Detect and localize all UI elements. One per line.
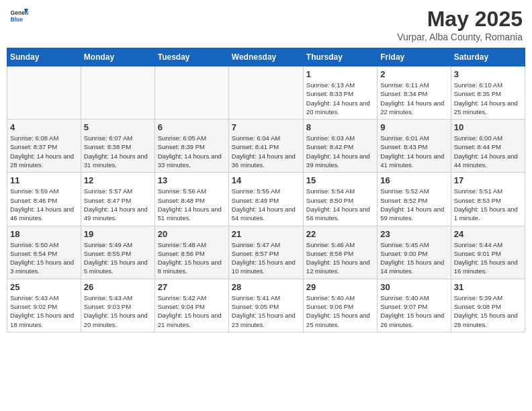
day-number: 26 bbox=[84, 282, 152, 292]
calendar-cell: 21Sunrise: 5:47 AM Sunset: 8:57 PM Dayli… bbox=[228, 226, 303, 279]
calendar-cell: 15Sunrise: 5:54 AM Sunset: 8:50 PM Dayli… bbox=[303, 173, 377, 226]
day-info: Sunrise: 6:07 AM Sunset: 8:38 PM Dayligh… bbox=[84, 134, 152, 169]
calendar-cell: 8Sunrise: 6:03 AM Sunset: 8:42 PM Daylig… bbox=[303, 120, 377, 173]
day-number: 21 bbox=[232, 229, 300, 239]
column-header-sunday: Sunday bbox=[7, 48, 81, 66]
calendar-cell: 18Sunrise: 5:50 AM Sunset: 8:54 PM Dayli… bbox=[7, 226, 81, 279]
calendar-cell: 30Sunrise: 5:40 AM Sunset: 9:07 PM Dayli… bbox=[378, 279, 451, 332]
calendar-cell: 9Sunrise: 6:01 AM Sunset: 8:43 PM Daylig… bbox=[378, 120, 451, 173]
svg-text:Blue: Blue bbox=[11, 16, 24, 23]
day-number: 29 bbox=[306, 282, 374, 292]
day-number: 10 bbox=[454, 122, 522, 132]
day-info: Sunrise: 5:43 AM Sunset: 9:03 PM Dayligh… bbox=[84, 293, 152, 329]
calendar-week-row: 4Sunrise: 6:08 AM Sunset: 8:37 PM Daylig… bbox=[7, 120, 525, 173]
day-info: Sunrise: 5:39 AM Sunset: 9:08 PM Dayligh… bbox=[454, 293, 522, 329]
calendar-cell: 1Sunrise: 6:13 AM Sunset: 8:33 PM Daylig… bbox=[303, 66, 377, 120]
calendar-cell: 14Sunrise: 5:55 AM Sunset: 8:49 PM Dayli… bbox=[228, 173, 303, 226]
day-number: 27 bbox=[158, 282, 226, 292]
logo-icon: General Blue bbox=[9, 7, 28, 26]
day-info: Sunrise: 5:47 AM Sunset: 8:57 PM Dayligh… bbox=[232, 240, 300, 276]
day-number: 17 bbox=[454, 175, 522, 185]
calendar-week-row: 1Sunrise: 6:13 AM Sunset: 8:33 PM Daylig… bbox=[7, 66, 525, 120]
day-info: Sunrise: 6:10 AM Sunset: 8:35 PM Dayligh… bbox=[454, 81, 522, 116]
day-info: Sunrise: 5:55 AM Sunset: 8:49 PM Dayligh… bbox=[232, 187, 300, 222]
calendar-cell: 26Sunrise: 5:43 AM Sunset: 9:03 PM Dayli… bbox=[81, 279, 154, 332]
title-section: May 2025 Vurpar, Alba County, Romania bbox=[397, 7, 523, 42]
day-number: 20 bbox=[158, 229, 226, 239]
day-info: Sunrise: 5:57 AM Sunset: 8:47 PM Dayligh… bbox=[84, 187, 152, 222]
calendar-cell: 4Sunrise: 6:08 AM Sunset: 8:37 PM Daylig… bbox=[7, 120, 81, 173]
day-info: Sunrise: 5:48 AM Sunset: 8:56 PM Dayligh… bbox=[158, 240, 226, 276]
day-info: Sunrise: 5:51 AM Sunset: 8:53 PM Dayligh… bbox=[454, 187, 522, 222]
day-info: Sunrise: 6:11 AM Sunset: 8:34 PM Dayligh… bbox=[380, 81, 447, 116]
day-number: 22 bbox=[306, 229, 374, 239]
day-number: 28 bbox=[232, 282, 300, 292]
calendar-cell: 13Sunrise: 5:56 AM Sunset: 8:48 PM Dayli… bbox=[154, 173, 228, 226]
calendar-cell bbox=[228, 66, 303, 120]
day-number: 12 bbox=[84, 175, 152, 185]
calendar-week-row: 18Sunrise: 5:50 AM Sunset: 8:54 PM Dayli… bbox=[7, 226, 525, 279]
day-info: Sunrise: 6:04 AM Sunset: 8:41 PM Dayligh… bbox=[232, 134, 300, 169]
day-info: Sunrise: 6:08 AM Sunset: 8:37 PM Dayligh… bbox=[10, 134, 78, 169]
calendar-cell bbox=[154, 66, 228, 120]
calendar-cell bbox=[7, 66, 81, 120]
day-info: Sunrise: 5:42 AM Sunset: 9:04 PM Dayligh… bbox=[158, 293, 226, 329]
column-header-tuesday: Tuesday bbox=[154, 48, 228, 66]
day-number: 15 bbox=[306, 175, 374, 185]
calendar-cell: 12Sunrise: 5:57 AM Sunset: 8:47 PM Dayli… bbox=[81, 173, 154, 226]
day-info: Sunrise: 6:13 AM Sunset: 8:33 PM Dayligh… bbox=[306, 81, 374, 116]
day-info: Sunrise: 5:49 AM Sunset: 8:55 PM Dayligh… bbox=[84, 240, 152, 276]
day-number: 1 bbox=[306, 69, 374, 79]
calendar-cell: 10Sunrise: 6:00 AM Sunset: 8:44 PM Dayli… bbox=[451, 120, 525, 173]
day-number: 13 bbox=[158, 175, 226, 185]
day-number: 16 bbox=[380, 175, 447, 185]
day-number: 19 bbox=[84, 229, 152, 239]
calendar-cell: 31Sunrise: 5:39 AM Sunset: 9:08 PM Dayli… bbox=[451, 279, 525, 332]
calendar-week-row: 25Sunrise: 5:43 AM Sunset: 9:02 PM Dayli… bbox=[7, 279, 525, 332]
calendar-cell: 25Sunrise: 5:43 AM Sunset: 9:02 PM Dayli… bbox=[7, 279, 81, 332]
calendar-cell: 16Sunrise: 5:52 AM Sunset: 8:52 PM Dayli… bbox=[378, 173, 451, 226]
day-info: Sunrise: 5:40 AM Sunset: 9:07 PM Dayligh… bbox=[380, 293, 447, 329]
day-number: 3 bbox=[454, 69, 522, 79]
day-info: Sunrise: 5:50 AM Sunset: 8:54 PM Dayligh… bbox=[10, 240, 78, 276]
day-number: 18 bbox=[10, 229, 78, 239]
calendar-cell: 2Sunrise: 6:11 AM Sunset: 8:34 PM Daylig… bbox=[378, 66, 451, 120]
calendar-cell: 5Sunrise: 6:07 AM Sunset: 8:38 PM Daylig… bbox=[81, 120, 154, 173]
calendar-cell: 19Sunrise: 5:49 AM Sunset: 8:55 PM Dayli… bbox=[81, 226, 154, 279]
calendar-table: SundayMondayTuesdayWednesdayThursdayFrid… bbox=[7, 48, 525, 332]
day-info: Sunrise: 5:40 AM Sunset: 9:06 PM Dayligh… bbox=[306, 293, 374, 329]
day-info: Sunrise: 6:03 AM Sunset: 8:42 PM Dayligh… bbox=[306, 134, 374, 169]
day-info: Sunrise: 5:56 AM Sunset: 8:48 PM Dayligh… bbox=[158, 187, 226, 222]
column-header-thursday: Thursday bbox=[303, 48, 377, 66]
day-number: 8 bbox=[306, 122, 374, 132]
day-number: 2 bbox=[380, 69, 447, 79]
day-number: 14 bbox=[232, 175, 300, 185]
day-info: Sunrise: 5:44 AM Sunset: 9:01 PM Dayligh… bbox=[454, 240, 522, 276]
day-number: 11 bbox=[10, 175, 78, 185]
calendar-cell bbox=[81, 66, 154, 120]
day-number: 9 bbox=[380, 122, 447, 132]
day-info: Sunrise: 5:46 AM Sunset: 8:58 PM Dayligh… bbox=[306, 240, 374, 276]
day-info: Sunrise: 5:59 AM Sunset: 8:46 PM Dayligh… bbox=[10, 187, 78, 222]
day-number: 30 bbox=[380, 282, 447, 292]
calendar-cell: 29Sunrise: 5:40 AM Sunset: 9:06 PM Dayli… bbox=[303, 279, 377, 332]
day-info: Sunrise: 5:41 AM Sunset: 9:05 PM Dayligh… bbox=[232, 293, 300, 329]
day-number: 4 bbox=[10, 122, 78, 132]
day-info: Sunrise: 5:52 AM Sunset: 8:52 PM Dayligh… bbox=[380, 187, 447, 222]
calendar-cell: 27Sunrise: 5:42 AM Sunset: 9:04 PM Dayli… bbox=[154, 279, 228, 332]
calendar-cell: 11Sunrise: 5:59 AM Sunset: 8:46 PM Dayli… bbox=[7, 173, 81, 226]
calendar-cell: 3Sunrise: 6:10 AM Sunset: 8:35 PM Daylig… bbox=[451, 66, 525, 120]
day-number: 6 bbox=[158, 122, 226, 132]
calendar-cell: 17Sunrise: 5:51 AM Sunset: 8:53 PM Dayli… bbox=[451, 173, 525, 226]
calendar-cell: 6Sunrise: 6:05 AM Sunset: 8:39 PM Daylig… bbox=[154, 120, 228, 173]
day-number: 23 bbox=[380, 229, 447, 239]
day-number: 5 bbox=[84, 122, 152, 132]
calendar-cell: 24Sunrise: 5:44 AM Sunset: 9:01 PM Dayli… bbox=[451, 226, 525, 279]
calendar-cell: 20Sunrise: 5:48 AM Sunset: 8:56 PM Dayli… bbox=[154, 226, 228, 279]
day-info: Sunrise: 6:05 AM Sunset: 8:39 PM Dayligh… bbox=[158, 134, 226, 169]
day-info: Sunrise: 5:45 AM Sunset: 9:00 PM Dayligh… bbox=[380, 240, 447, 276]
calendar-header-row: SundayMondayTuesdayWednesdayThursdayFrid… bbox=[7, 48, 525, 66]
day-number: 24 bbox=[454, 229, 522, 239]
calendar-cell: 22Sunrise: 5:46 AM Sunset: 8:58 PM Dayli… bbox=[303, 226, 377, 279]
column-header-monday: Monday bbox=[81, 48, 154, 66]
